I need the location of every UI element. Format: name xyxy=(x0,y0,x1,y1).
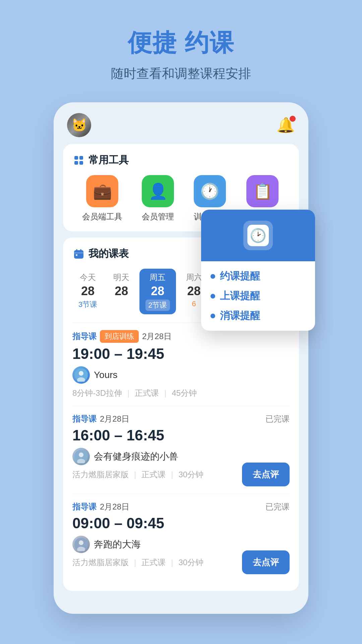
svg-rect-3 xyxy=(79,161,83,165)
lesson-meta-3-2: 30分钟 xyxy=(178,557,203,568)
schedule-section-icon xyxy=(72,248,85,260)
tool-member-mgmt[interactable]: 👤 会员管理 xyxy=(142,175,174,222)
svg-point-13 xyxy=(79,452,83,457)
trainer-avatar-3 xyxy=(72,536,90,553)
svg-rect-4 xyxy=(74,250,83,259)
tools-title-text: 常用工具 xyxy=(88,153,129,167)
hero-title: 便捷 约课 xyxy=(128,27,234,59)
trainer-name-1: Yours xyxy=(94,370,118,380)
lesson-meta-1-0: 8分钟-3D拉伸 xyxy=(72,388,122,398)
lesson-meta-3-0: 活力燃脂居家版 xyxy=(72,557,129,568)
popup-dot-2 xyxy=(210,314,215,318)
day-name-saturday: 周六 xyxy=(186,272,202,283)
svg-rect-2 xyxy=(74,161,78,165)
trainer-name-2: 会有健身痕迹的小兽 xyxy=(94,450,178,463)
popup-text-0: 约课提醒 xyxy=(220,269,260,283)
lesson-time-1: 19:00 – 19:45 xyxy=(72,345,290,362)
tag-guide-3: 指导课 xyxy=(72,501,97,512)
phone-mockup: 🐱 🔔 常用工具 xyxy=(54,102,308,614)
lesson-header-2: 指导课 2月28日 已完课 xyxy=(72,414,290,424)
svg-point-10 xyxy=(79,371,83,376)
tool-member-tools[interactable]: 💼 会员端工具 xyxy=(82,175,122,222)
phone-screen: 🐱 🔔 常用工具 xyxy=(54,102,308,614)
schedule-title-text: 我的课表 xyxy=(88,247,129,261)
hero-title-plain: 便捷 xyxy=(128,29,177,56)
lesson-meta-1-2: 45分钟 xyxy=(172,388,197,398)
tag-guide-2: 指导课 xyxy=(72,414,97,424)
svg-rect-6 xyxy=(80,249,81,252)
svg-rect-1 xyxy=(79,156,83,160)
lesson-trainer-1: Yours xyxy=(72,366,290,384)
day-lessons-today: 3节课 xyxy=(78,300,97,310)
cal-inner: 🕑 xyxy=(247,225,269,246)
tools-section-icon xyxy=(72,154,85,167)
day-lessons-friday: 2节课 xyxy=(145,300,170,311)
lesson-tags-1: 指导课 到店训练 2月28日 xyxy=(72,330,172,343)
tool-label-member-tools: 会员端工具 xyxy=(82,211,122,222)
svg-rect-7 xyxy=(74,253,83,253)
lesson-header-1: 指导课 到店训练 2月28日 xyxy=(72,330,290,343)
popup-text-2: 消课提醒 xyxy=(220,309,260,323)
day-tab-friday[interactable]: 周五 28 2节课 xyxy=(139,269,176,314)
svg-rect-5 xyxy=(76,249,77,252)
day-num-today: 28 xyxy=(81,284,95,298)
popup-item-0: 约课提醒 xyxy=(210,269,306,283)
lesson-meta-2-2: 30分钟 xyxy=(178,469,203,480)
review-button-3[interactable]: 去点评 xyxy=(242,550,290,574)
lesson-meta-1: 8分钟-3D拉伸 | 正式课 | 45分钟 xyxy=(72,388,290,398)
lesson-card-3: 指导课 2月28日 已完课 09:00 – 09:45 奔跑的大海 xyxy=(72,494,290,582)
lesson-status-3: 已完课 xyxy=(265,501,290,512)
tool-icon-schedule: 📋 xyxy=(246,175,279,207)
day-tab-today[interactable]: 今天 28 3节课 xyxy=(72,269,103,314)
trainer-name-3: 奔跑的大海 xyxy=(94,538,141,551)
notification-bell-wrap: 🔔 xyxy=(277,116,295,134)
user-avatar[interactable]: 🐱 xyxy=(67,113,91,137)
lesson-time-3: 09:00 – 09:45 xyxy=(72,515,290,532)
tool-icon-member-mgmt: 👤 xyxy=(142,175,174,207)
day-num-tomorrow: 28 xyxy=(115,284,128,298)
popup-calendar-icon: 🕑 xyxy=(243,220,273,251)
svg-point-16 xyxy=(79,540,83,545)
lesson-status-2: 已完课 xyxy=(265,414,290,424)
tag-guide-1: 指导课 xyxy=(72,331,97,342)
popup-card: 🕑 约课提醒 上课提醒 消课提醒 xyxy=(201,210,315,331)
avatar-image: 🐱 xyxy=(67,113,91,137)
phone-header: 🐱 🔔 xyxy=(63,113,299,144)
trainer-avatar-2 xyxy=(72,448,90,465)
lesson-date-2: 2月28日 xyxy=(100,414,129,424)
tool-icon-member-tools: 💼 xyxy=(86,175,118,207)
lesson-tags-3: 指导课 2月28日 xyxy=(72,501,129,512)
lesson-tags-2: 指导课 2月28日 xyxy=(72,414,129,424)
day-name-today: 今天 xyxy=(80,272,96,283)
day-name-friday: 周五 xyxy=(149,272,166,283)
trainer-avatar-1 xyxy=(72,366,90,384)
lesson-date-1: 2月28日 xyxy=(142,331,172,342)
svg-rect-0 xyxy=(74,156,78,160)
popup-dot-0 xyxy=(210,274,215,279)
tool-label-member-mgmt: 会员管理 xyxy=(142,211,174,222)
day-tab-tomorrow[interactable]: 明天 28 xyxy=(107,269,135,314)
popup-header: 🕑 xyxy=(201,210,315,261)
popup-dot-1 xyxy=(210,294,215,299)
tool-icon-training-records: 🕐 xyxy=(194,175,226,207)
popup-item-1: 上课提醒 xyxy=(210,289,306,303)
lesson-card-2: 指导课 2月28日 已完课 16:00 – 16:45 会有健身痕迹的小兽 xyxy=(72,406,290,494)
lesson-meta-2-0: 活力燃脂居家版 xyxy=(72,469,129,480)
lesson-meta-2-1: 正式课 xyxy=(141,469,166,480)
lesson-meta-1-1: 正式课 xyxy=(135,388,159,398)
lesson-card-1: 指导课 到店训练 2月28日 19:00 – 19:45 Yours xyxy=(72,322,290,406)
popup-body: 约课提醒 上课提醒 消课提醒 xyxy=(201,261,315,331)
popup-text-1: 上课提醒 xyxy=(220,289,260,303)
lesson-header-3: 指导课 2月28日 已完课 xyxy=(72,501,290,512)
lesson-time-2: 16:00 – 16:45 xyxy=(72,427,290,444)
day-lessons-saturday: 6 xyxy=(192,300,196,308)
popup-item-2: 消课提醒 xyxy=(210,309,306,323)
svg-rect-8 xyxy=(76,254,77,256)
notification-dot xyxy=(290,116,296,122)
review-button-2[interactable]: 去点评 xyxy=(242,463,290,486)
day-name-tomorrow: 明天 xyxy=(113,272,129,283)
lesson-date-3: 2月28日 xyxy=(100,501,129,512)
hero-subtitle: 随时查看和调整课程安排 xyxy=(111,65,251,82)
tag-store-1: 到店训练 xyxy=(100,330,139,343)
hero-title-accent: 约课 xyxy=(185,29,234,56)
